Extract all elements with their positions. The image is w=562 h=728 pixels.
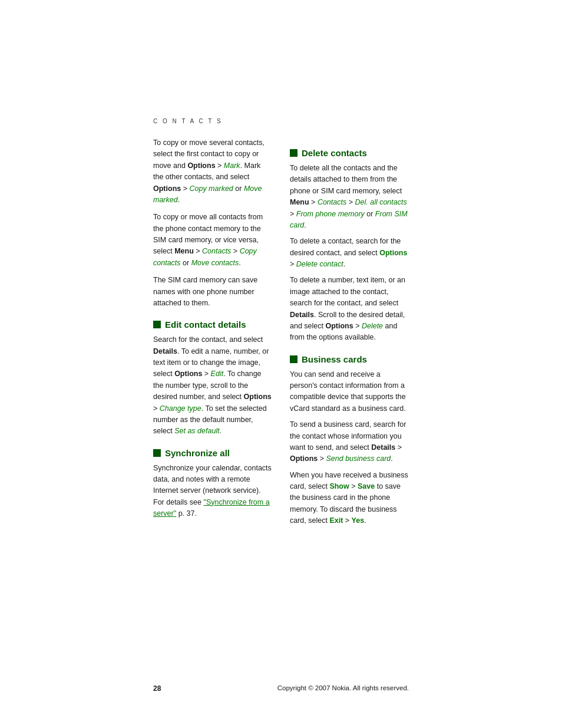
synchronize-all-title: Synchronize all: [165, 448, 230, 458]
sync-link[interactable]: "Synchronize from a server": [153, 498, 270, 518]
edit-italic: Edit: [211, 370, 224, 378]
section-label: C o n t a c t s: [153, 118, 409, 124]
synchronize-all-body: Synchronize your calendar, contacts data…: [153, 463, 272, 520]
business-cards-body-3: When you have received a business card, …: [290, 470, 409, 527]
page-footer: 28 Copyright © 2007 Nokia. All rights re…: [0, 684, 562, 693]
delete-italic: Delete: [362, 322, 383, 330]
move-contacts-italic: Move contacts: [191, 259, 239, 267]
synchronize-all-heading: Synchronize all: [153, 448, 272, 458]
right-column: Delete contacts To delete all the contac…: [290, 137, 409, 527]
contacts-italic-2: Contacts: [318, 198, 346, 206]
details-bold-1: Details: [153, 347, 177, 355]
delete-contacts-body-1: To delete all the contacts and the detai…: [290, 163, 409, 231]
page-number: 28: [153, 684, 161, 693]
del-all-italic: Del. all contacts: [355, 198, 406, 206]
contacts-italic-1: Contacts: [202, 247, 231, 255]
set-as-default-italic: Set as default: [174, 427, 219, 435]
options-bold-7: Options: [290, 454, 318, 463]
business-cards-heading: Business cards: [290, 354, 409, 364]
options-bold-3: Options: [174, 370, 202, 378]
business-heading-square-icon: [290, 355, 297, 363]
copy-marked-italic: Copy marked: [189, 185, 233, 193]
options-bold-1: Options: [187, 162, 215, 170]
from-phone-memory-italic: From phone memory: [296, 210, 365, 218]
show-bold: Show: [329, 482, 349, 490]
business-cards-body-2: To send a business card, search for the …: [290, 419, 409, 465]
options-bold-2: Options: [153, 185, 181, 193]
details-bold-2: Details: [290, 311, 314, 319]
left-column: To copy or move several contacts, select…: [153, 137, 272, 527]
content-area: To copy or move several contacts, select…: [0, 137, 562, 562]
delete-contacts-body-2: To delete a contact, search for the desi…: [290, 236, 409, 270]
menu-bold-1: Menu: [174, 247, 194, 255]
page-header: C o n t a c t s: [0, 0, 562, 137]
business-cards-body-1: You can send and receive a person's cont…: [290, 369, 409, 415]
yes-bold: Yes: [352, 516, 365, 525]
menu-bold-2: Menu: [290, 198, 309, 206]
exit-bold: Exit: [329, 516, 343, 525]
delete-contacts-heading: Delete contacts: [290, 148, 409, 158]
options-bold-5: Options: [379, 249, 407, 257]
intro-para-2: To copy or move all contacts from the ph…: [153, 212, 272, 269]
heading-square-icon: [153, 321, 161, 328]
delete-heading-square-icon: [290, 149, 297, 157]
save-bold: Save: [358, 482, 375, 490]
options-bold-4: Options: [244, 393, 272, 401]
options-bold-6: Options: [325, 322, 353, 330]
edit-contact-details-title: Edit contact details: [165, 319, 246, 330]
edit-contact-details-heading: Edit contact details: [153, 319, 272, 330]
sync-heading-square-icon: [153, 449, 161, 457]
change-type-italic: Change type: [160, 404, 201, 413]
intro-para-3: The SIM card memory can save names with …: [153, 275, 272, 309]
page: C o n t a c t s To copy or move several …: [0, 0, 562, 728]
details-bold-3: Details: [371, 443, 395, 452]
delete-contacts-body-3: To delete a number, text item, or an ima…: [290, 275, 409, 343]
intro-para-1: To copy or move several contacts, select…: [153, 137, 272, 206]
copyright-text: Copyright © 2007 Nokia. All rights reser…: [277, 684, 409, 693]
send-business-card-italic: Send business card: [326, 454, 391, 463]
delete-contact-italic: Delete contact: [296, 260, 343, 268]
edit-contact-details-body: Search for the contact, and select Detai…: [153, 334, 272, 437]
business-cards-title: Business cards: [302, 354, 367, 364]
mark-italic: Mark: [224, 162, 240, 170]
delete-contacts-title: Delete contacts: [302, 148, 367, 158]
